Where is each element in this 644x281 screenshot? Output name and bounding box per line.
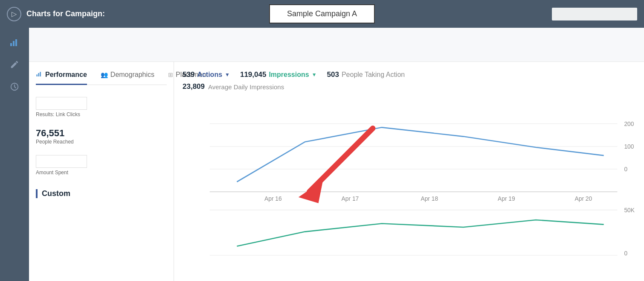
svg-text:100: 100: [624, 143, 634, 150]
custom-section: Custom: [36, 189, 167, 198]
stats-row-2: 23,809 Average Daily Impressions: [183, 82, 635, 91]
tab-demographics[interactable]: 👥 Demographics: [101, 71, 154, 85]
header-left: ▷ Charts for Campaign:: [7, 7, 105, 21]
actions-dropdown-icon[interactable]: ▼: [225, 72, 230, 78]
svg-text:0: 0: [624, 250, 627, 257]
people-taking-action-stat: 503 People Taking Action: [327, 70, 405, 79]
svg-rect-4: [36, 74, 38, 76]
svg-text:Apr 19: Apr 19: [498, 196, 515, 202]
left-sidebar: [0, 28, 29, 281]
full-content: Performance 👥 Demographics ⊞ Placement: [29, 28, 644, 281]
amount-spent-label: Amount Spent: [36, 170, 167, 176]
sidebar-icon-chart[interactable]: [4, 32, 25, 53]
chart-svg: 200 100 0 Apr 16 Apr 17 Apr 18 Apr 19: [183, 98, 635, 277]
people-reached-value: 76,551: [36, 128, 167, 139]
back-button[interactable]: ▷: [7, 7, 21, 21]
svg-rect-0: [10, 43, 12, 46]
people-taking-action-count: 503: [327, 70, 339, 79]
svg-text:0: 0: [624, 166, 627, 173]
people-reached-section: 76,551 People Reached: [36, 128, 167, 145]
metric-box-1-label: Results: Link Clicks: [36, 111, 167, 117]
svg-rect-6: [40, 72, 41, 76]
panels-row: Performance 👥 Demographics ⊞ Placement: [29, 62, 644, 281]
top-header: ▷ Charts for Campaign: Sample Campaign A: [0, 0, 644, 28]
svg-text:Apr 16: Apr 16: [264, 196, 282, 202]
top-spacer: [29, 28, 644, 62]
svg-text:Apr 18: Apr 18: [421, 196, 438, 202]
edit-icon: [10, 60, 19, 69]
placement-tab-icon: ⊞: [168, 71, 173, 78]
content-area: Performance 👥 Demographics ⊞ Placement: [29, 28, 644, 281]
svg-text:Apr 17: Apr 17: [342, 196, 359, 202]
stats-row-1: 539 Actions ▼ 119,045 Impressions ▼ 503 …: [183, 70, 635, 79]
main-layout: Performance 👥 Demographics ⊞ Placement: [0, 28, 644, 281]
campaign-name-box: Sample Campaign A: [269, 4, 375, 23]
impressions-count: 119,045: [240, 70, 266, 79]
bar-chart-icon: [9, 37, 20, 47]
demographics-tab-icon: 👥: [101, 71, 108, 78]
sidebar-icon-edit[interactable]: [4, 54, 25, 75]
metric-box-1: [36, 97, 87, 110]
metric-2-section: Amount Spent: [36, 155, 167, 176]
clock-icon: [10, 82, 19, 91]
header-title: Charts for Campaign:: [26, 9, 105, 18]
actions-label: Actions: [197, 71, 222, 79]
svg-text:200: 200: [624, 121, 634, 127]
custom-label: Custom: [42, 189, 167, 198]
tabs-row: Performance 👥 Demographics ⊞ Placement: [36, 70, 167, 85]
demographics-tab-label: Demographics: [110, 71, 154, 79]
metric-box-2: [36, 155, 87, 168]
metric-1-section: Results: Link Clicks: [36, 97, 167, 117]
svg-text:Apr 20: Apr 20: [575, 196, 592, 202]
performance-tab-icon: [36, 70, 43, 79]
tab-performance[interactable]: Performance: [36, 70, 87, 85]
people-reached-label: People Reached: [36, 139, 167, 145]
actions-count: 539: [183, 70, 194, 79]
header-right-control[interactable]: [552, 8, 637, 20]
avg-daily-label: Average Daily Impressions: [208, 83, 284, 91]
avg-daily-count: 23,809: [183, 82, 205, 91]
svg-rect-1: [13, 41, 15, 46]
chart-container: 200 100 0 Apr 16 Apr 17 Apr 18 Apr 19: [183, 98, 635, 277]
impressions-stat: 119,045 Impressions ▼: [240, 70, 317, 79]
campaign-name: Sample Campaign A: [287, 9, 357, 18]
actions-stat: 539 Actions ▼: [183, 70, 230, 79]
right-panel: 539 Actions ▼ 119,045 Impressions ▼ 503 …: [174, 62, 644, 281]
svg-rect-2: [15, 39, 17, 46]
sidebar-icon-clock[interactable]: [4, 76, 25, 97]
left-panel: Performance 👥 Demographics ⊞ Placement: [29, 62, 174, 281]
svg-text:50K: 50K: [624, 207, 635, 214]
impressions-dropdown-icon[interactable]: ▼: [312, 72, 317, 78]
impressions-label: Impressions: [269, 71, 309, 79]
svg-line-24: [309, 128, 373, 192]
svg-rect-5: [38, 73, 39, 76]
back-icon: ▷: [12, 10, 17, 18]
performance-tab-label: Performance: [45, 71, 87, 79]
people-taking-action-label: People Taking Action: [342, 71, 405, 79]
